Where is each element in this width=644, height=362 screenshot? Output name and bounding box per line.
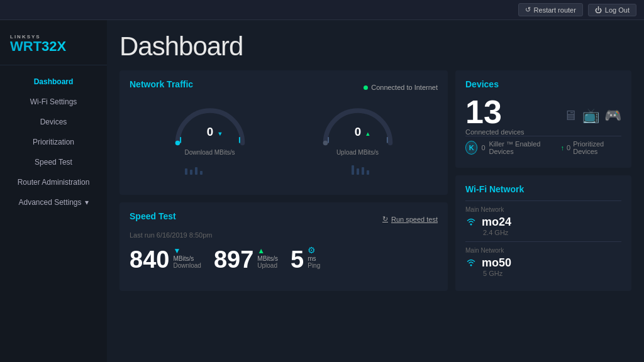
power-icon: ⏻ xyxy=(595,6,602,14)
refresh-icon: ↻ xyxy=(382,215,388,223)
wifi-24-name: mo24 xyxy=(482,216,511,229)
download-label: Download MBits/s xyxy=(184,149,235,156)
upload-speed-unit: MBits/s xyxy=(257,255,278,262)
svg-rect-14 xyxy=(362,167,364,175)
last-run-label: Last run 6/16/2019 8:50pm xyxy=(130,231,438,239)
ping-meta: ⚙ ms Ping xyxy=(308,245,320,272)
sidebar: LINKSYS WRT32X Dashboard Wi-Fi Settings … xyxy=(0,20,107,362)
ping-value: 5 xyxy=(291,248,304,272)
svg-rect-5 xyxy=(190,170,192,175)
wifi-network-card: Wi-Fi Network Main Network xyxy=(455,175,631,291)
wifi-50-name-row: mo50 xyxy=(465,256,621,270)
speed-test-card: Speed Test ↻ Run speed test Last run 6/1… xyxy=(119,202,448,292)
dashboard-grid: Network Traffic Connected to Internet xyxy=(119,70,631,291)
devices-count-group: 13 Connected devices xyxy=(465,96,525,136)
devices-card: Devices 13 Connected devices 🖥 📺 🎮 xyxy=(455,70,631,168)
wifi-network-24: Main Network mo24 xyxy=(465,200,621,241)
restart-router-button[interactable]: ↺ Restart router xyxy=(518,3,583,16)
traffic-header: Network Traffic Connected to Internet xyxy=(130,79,438,96)
prioritized-arrow: ↑ xyxy=(561,144,565,151)
sidebar-item-prioritization[interactable]: Prioritization xyxy=(0,132,107,152)
killer-count: 0 xyxy=(481,144,485,151)
upload-arrow: ▲ xyxy=(257,246,278,255)
svg-point-16 xyxy=(470,223,472,225)
killer-devices-row: K 0 Killer ™ Enabled Devices ↑ 0 Priorit… xyxy=(465,136,621,159)
upload-speed-group: 897 ▲ MBits/s Upload xyxy=(214,246,278,272)
wifi-24-label: Main Network xyxy=(465,206,621,213)
download-gauge-svg: 0 ▼ xyxy=(166,101,254,148)
upload-speed-value: 897 xyxy=(214,248,253,272)
devices-wifi-wrapper: Devices 13 Connected devices 🖥 📺 🎮 xyxy=(455,70,631,291)
svg-point-17 xyxy=(470,264,472,266)
sidebar-item-router-admin[interactable]: Router Administration xyxy=(0,172,107,192)
svg-rect-4 xyxy=(185,168,187,175)
sidebar-nav: Dashboard Wi-Fi Settings Devices Priorit… xyxy=(0,65,107,212)
svg-rect-6 xyxy=(195,167,197,175)
upload-speed-label: Upload xyxy=(257,262,278,269)
wifi-24-icon xyxy=(465,217,477,228)
tv-icon: 📺 xyxy=(582,107,599,124)
ping-group: 5 ⚙ ms Ping xyxy=(291,245,320,272)
wifi-50-icon xyxy=(465,258,477,269)
prioritized-group: ↑ 0 Prioritized Devices xyxy=(561,140,621,155)
logo-model: WRT32X xyxy=(10,40,97,53)
speed-values-row: 840 ▼ MBits/s Download 897 ▲ MBits/s xyxy=(130,245,438,272)
run-speed-test-link[interactable]: ↻ Run speed test xyxy=(382,215,438,223)
desktop-icon: 🖥 xyxy=(564,107,577,124)
killer-label: Killer ™ Enabled Devices xyxy=(489,140,557,155)
gauges-row: 0 ▼ Download MBits/s xyxy=(130,101,438,175)
wifi-24-freq: 2.4 GHz xyxy=(483,229,621,236)
svg-rect-12 xyxy=(352,165,354,175)
wifi-24-name-row: mo24 xyxy=(465,216,621,229)
download-speed-unit: MBits/s xyxy=(173,255,201,262)
wifi-50-label: Main Network xyxy=(465,247,621,254)
sidebar-item-speed-test[interactable]: Speed Test xyxy=(0,152,107,172)
upload-mini-chart xyxy=(326,156,389,175)
sidebar-item-wifi-settings[interactable]: Wi-Fi Settings xyxy=(0,92,107,112)
sidebar-item-devices[interactable]: Devices xyxy=(0,112,107,132)
wifi-50-freq: 5 GHz xyxy=(483,270,621,277)
gamepad-icon: 🎮 xyxy=(604,107,621,124)
download-speed-value: 840 xyxy=(130,248,169,272)
topbar: ↺ Restart router ⏻ Log Out xyxy=(0,0,644,20)
devices-count: 13 xyxy=(465,96,525,128)
device-type-icons: 🖥 📺 🎮 xyxy=(564,107,621,124)
download-gauge: 0 ▼ Download MBits/s xyxy=(166,101,254,175)
content: Dashboard Network Traffic Connected to I… xyxy=(107,20,644,362)
page-title: Dashboard xyxy=(119,31,631,62)
prioritized-label: Prioritized Devices xyxy=(573,140,621,155)
connected-label: Connected to Internet xyxy=(371,84,438,91)
wifi-network-title: Wi-Fi Network xyxy=(465,184,621,194)
connected-dot xyxy=(364,85,368,90)
network-traffic-card: Network Traffic Connected to Internet xyxy=(119,70,448,195)
killer-badge: K xyxy=(465,141,477,155)
sidebar-item-advanced-settings[interactable]: Advanced Settings ▾ xyxy=(0,192,107,212)
logout-button[interactable]: ⏻ Log Out xyxy=(588,4,636,16)
connected-badge: Connected to Internet xyxy=(364,84,438,91)
wifi-50-name: mo50 xyxy=(482,256,511,270)
sidebar-item-dashboard[interactable]: Dashboard xyxy=(0,72,107,92)
prioritized-count: 0 xyxy=(567,144,570,151)
upload-gauge-svg: 0 ▲ xyxy=(314,101,402,148)
devices-title: Devices xyxy=(465,79,621,89)
speed-test-title: Speed Test xyxy=(130,211,176,221)
devices-count-label: Connected devices xyxy=(465,128,525,136)
upload-speed-meta: ▲ MBits/s Upload xyxy=(257,246,278,272)
upload-label: Upload MBits/s xyxy=(336,149,379,156)
main-layout: LINKSYS WRT32X Dashboard Wi-Fi Settings … xyxy=(0,20,644,362)
ping-unit: ms xyxy=(308,255,320,262)
download-speed-label: Download xyxy=(173,262,201,269)
ping-label: Ping xyxy=(308,262,320,269)
svg-rect-13 xyxy=(357,168,359,175)
download-speed-meta: ▼ MBits/s Download xyxy=(173,246,201,272)
svg-text:▲: ▲ xyxy=(365,131,370,137)
devices-count-row: 13 Connected devices 🖥 📺 🎮 xyxy=(465,96,621,136)
logo: LINKSYS WRT32X xyxy=(0,26,107,65)
svg-text:0: 0 xyxy=(354,125,360,138)
svg-text:0: 0 xyxy=(206,125,213,138)
upload-gauge: 0 ▲ Upload MBits/s xyxy=(314,101,402,175)
download-arrow: ▼ xyxy=(173,246,201,255)
network-traffic-title: Network Traffic xyxy=(130,79,193,89)
restart-icon: ↺ xyxy=(525,6,531,14)
wifi-network-50: Main Network mo50 5 GHz xyxy=(465,241,621,282)
